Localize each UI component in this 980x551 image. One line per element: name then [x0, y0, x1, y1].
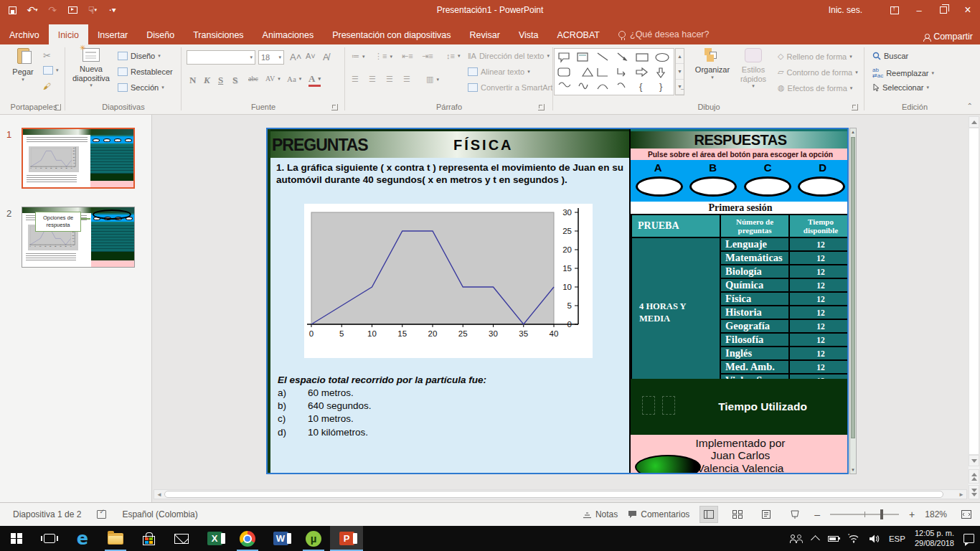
tab-animaciones[interactable]: Animaciones — [253, 24, 324, 44]
slide-thumbnail-2[interactable]: 0510152025303540051015202530 Opciones de… — [22, 207, 135, 268]
collapse-ribbon-icon[interactable]: ⌃ — [967, 102, 973, 110]
numbering-icon[interactable]: ⋮≡▾ — [374, 52, 392, 61]
font-size-select[interactable]: 18▾ — [258, 50, 284, 65]
tab-archivo[interactable]: Archivo — [0, 24, 49, 44]
font-dialog-launcher[interactable] — [331, 104, 338, 110]
file-explorer-taskbar-icon[interactable] — [99, 526, 132, 551]
scroll-down-button[interactable] — [969, 455, 979, 466]
zoom-slider-thumb[interactable] — [880, 509, 883, 519]
reading-view-button[interactable] — [757, 506, 776, 523]
utorrent-taskbar-icon[interactable]: µ — [297, 526, 330, 551]
copy-icon[interactable]: ▾ — [43, 66, 59, 75]
quick-styles-button[interactable]: Estilos rápidos▾ — [735, 48, 772, 89]
align-text-button[interactable]: Alinear texto▾ — [468, 67, 530, 76]
slide-indicator[interactable]: Diapositiva 1 de 2 — [13, 509, 81, 519]
shape-outline-button[interactable]: ▱ Contorno de forma▾ — [778, 67, 858, 77]
spell-check-icon[interactable] — [97, 510, 106, 519]
tab-revisar[interactable]: Revisar — [461, 24, 509, 44]
font-color-button[interactable]: A▾ — [308, 73, 321, 87]
cut-icon[interactable]: ✂ — [43, 50, 51, 61]
edge-taskbar-icon[interactable]: e — [66, 526, 99, 551]
arrange-button[interactable]: Organizar▾ — [692, 48, 733, 80]
columns-icon[interactable]: ▥▾ — [426, 75, 439, 84]
scrollbar-thumb[interactable] — [851, 137, 855, 438]
underline-button[interactable]: S — [218, 75, 223, 86]
text-direction-button[interactable]: ‖A Dirección del texto▾ — [468, 52, 550, 60]
reset-slide-button[interactable]: Restablecer — [118, 67, 173, 76]
zoom-level[interactable]: 182% — [925, 509, 947, 519]
slide-thumbnail-1[interactable]: 0510152025303540051015202530 — [22, 128, 135, 189]
justify-icon[interactable]: ☰ — [403, 75, 410, 84]
grow-font-button[interactable]: A˄ — [290, 52, 301, 62]
tab-insertar[interactable]: Insertar — [88, 24, 137, 44]
language-indicator[interactable]: Español (Colombia) — [122, 509, 197, 519]
new-slide-button[interactable]: Nueva diapositiva▾ — [69, 48, 113, 88]
tab-inicio[interactable]: Inicio — [49, 24, 88, 44]
horizontal-scrollbar[interactable]: ◄ ► — [154, 489, 967, 499]
zoom-out-button[interactable]: – — [814, 509, 820, 520]
answer-button-a[interactable] — [636, 176, 683, 197]
comments-button[interactable]: Comentarios — [628, 509, 689, 519]
slide-content-scrollbar[interactable]: ▲ ▼ — [849, 128, 857, 474]
scroll-left-icon[interactable]: ◄ — [156, 491, 162, 498]
slideshow-view-button[interactable] — [786, 506, 804, 523]
hidden-icons-chevron[interactable] — [811, 535, 820, 545]
slide-layout-button[interactable]: Diseño▾ — [118, 52, 161, 60]
italic-button[interactable]: K — [204, 75, 210, 86]
next-slide-button[interactable] — [969, 485, 979, 499]
strikethrough-button[interactable]: abc — [248, 75, 258, 83]
volume-icon[interactable] — [869, 534, 880, 543]
drawing-dialog-launcher[interactable] — [852, 104, 858, 110]
answer-button-c[interactable] — [744, 176, 791, 197]
font-name-select[interactable]: ▾ — [187, 50, 255, 65]
increase-indent-icon[interactable]: ⇥≡ — [422, 52, 433, 61]
store-taskbar-icon[interactable] — [132, 526, 165, 551]
scroll-up-icon[interactable]: ▲ — [850, 128, 856, 136]
tab-vista[interactable]: Vista — [509, 24, 548, 44]
bold-button[interactable]: N — [189, 75, 196, 86]
line-spacing-icon[interactable]: ↕≡▾ — [446, 52, 460, 60]
notes-button[interactable]: Notas — [583, 509, 618, 519]
previous-slide-button[interactable] — [969, 469, 979, 484]
word-taskbar-icon[interactable]: W — [264, 526, 297, 551]
scroll-down-icon[interactable]: ▼ — [850, 466, 856, 474]
character-spacing-button[interactable]: AV▾ — [265, 75, 281, 83]
tab-acrobat[interactable]: ACROBAT — [548, 24, 610, 44]
mail-taskbar-icon[interactable] — [165, 526, 198, 551]
align-left-icon[interactable]: ☰ — [352, 75, 359, 84]
paragraph-dialog-launcher[interactable] — [538, 104, 545, 110]
text-shadow-button[interactable]: S — [232, 75, 237, 86]
powerpoint-taskbar-icon[interactable]: P — [330, 526, 363, 551]
align-right-icon[interactable]: ☰ — [386, 75, 393, 84]
clipboard-dialog-launcher[interactable] — [55, 104, 61, 110]
action-center-icon[interactable] — [963, 534, 974, 543]
close-button[interactable]: × — [956, 0, 980, 20]
clock[interactable]: 12:05 p. m. 29/08/2018 — [915, 529, 954, 549]
vertical-scrollbar[interactable] — [969, 116, 979, 498]
convert-smartart-button[interactable]: Convertir a SmartArt▾ — [468, 83, 558, 92]
excel-taskbar-icon[interactable]: X — [198, 526, 231, 551]
restore-button[interactable] — [931, 0, 956, 20]
tab-diseno[interactable]: Diseño — [137, 24, 184, 44]
fit-to-window-button[interactable] — [957, 506, 976, 523]
align-center-icon[interactable]: ☰ — [369, 75, 376, 84]
paste-button[interactable]: Pegar▾ — [7, 48, 39, 83]
horizontal-scrollbar-thumb[interactable] — [164, 491, 943, 498]
keyboard-language-indicator[interactable]: ESP — [889, 534, 905, 543]
sign-in-link[interactable]: Inic. ses. — [829, 5, 862, 15]
battery-icon[interactable] — [828, 536, 839, 542]
decrease-indent-icon[interactable]: ⇤≡ — [402, 52, 413, 61]
tab-transiciones[interactable]: Transiciones — [184, 24, 253, 44]
task-view-button[interactable] — [33, 526, 66, 551]
answer-button-b[interactable] — [689, 176, 737, 197]
tell-me-search[interactable]: ¿Qué desea hacer? — [609, 24, 719, 44]
scroll-right-icon[interactable]: ► — [958, 491, 964, 498]
format-painter-icon[interactable]: 🖌 — [43, 82, 51, 90]
shrink-font-button[interactable]: A˅ — [306, 52, 316, 60]
shape-fill-button[interactable]: ◇ Relleno de forma▾ — [778, 52, 852, 61]
bullets-icon[interactable]: ≔▾ — [352, 52, 365, 61]
minimize-button[interactable]: – — [907, 0, 931, 20]
wifi-icon[interactable]: * — [848, 534, 859, 543]
answer-button-d[interactable] — [798, 176, 845, 197]
scroll-up-button[interactable] — [969, 116, 979, 128]
